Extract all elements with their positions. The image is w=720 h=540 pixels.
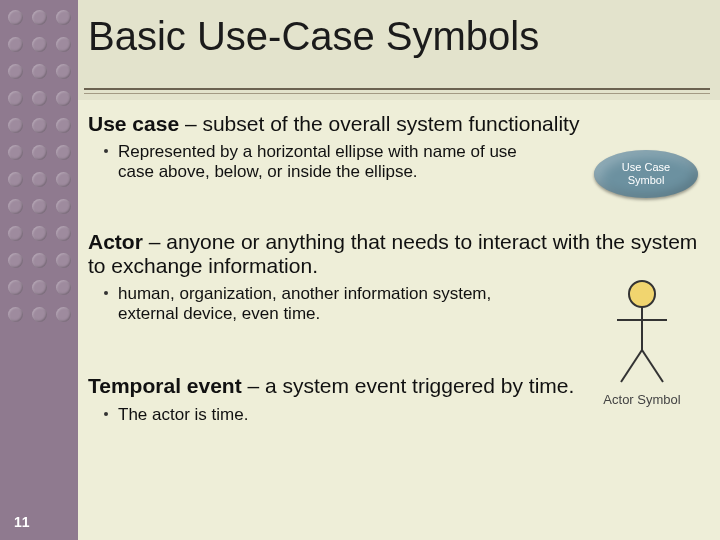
term-name: Actor <box>88 230 143 253</box>
decorative-sidebar <box>0 0 78 540</box>
term-definition: subset of the overall system functionali… <box>202 112 579 135</box>
decorative-dot <box>32 253 47 268</box>
decorative-dot <box>56 280 71 295</box>
decorative-dot <box>56 91 71 106</box>
decorative-dot <box>56 226 71 241</box>
bullet-item: human, organization, another information… <box>104 284 524 324</box>
bullet-icon <box>104 412 108 416</box>
decorative-dot <box>56 10 71 25</box>
decorative-dot <box>32 280 47 295</box>
bullet-icon <box>104 149 108 153</box>
page-number: 11 <box>14 514 30 530</box>
decorative-dot <box>56 253 71 268</box>
decorative-dot <box>56 37 71 52</box>
svg-point-0 <box>629 281 655 307</box>
decorative-dot <box>8 253 23 268</box>
decorative-dot <box>8 91 23 106</box>
decorative-dot <box>8 10 23 25</box>
decorative-dot <box>8 199 23 214</box>
decorative-dot <box>56 145 71 160</box>
decorative-dot <box>56 118 71 133</box>
slide-title: Basic Use-Case Symbols <box>88 14 720 59</box>
use-case-symbol: Use Case Symbol <box>586 150 706 202</box>
decorative-dot <box>56 64 71 79</box>
decorative-dot <box>8 37 23 52</box>
slide-header: Basic Use-Case Symbols <box>78 0 720 100</box>
term-definition: anyone or anything that needs to interac… <box>88 230 697 277</box>
decorative-dot <box>8 145 23 160</box>
decorative-dot <box>32 199 47 214</box>
term-definition: a system event triggered by time. <box>265 374 574 397</box>
actor-symbol: Actor Symbol <box>592 278 692 407</box>
bullet-text: The actor is time. <box>118 405 248 425</box>
decorative-dot <box>32 118 47 133</box>
decorative-dot <box>8 307 23 322</box>
decorative-dot <box>8 118 23 133</box>
term-line: Actor – anyone or anything that needs to… <box>88 230 706 278</box>
term-name: Temporal event <box>88 374 242 397</box>
symbol-label: Use Case <box>622 161 670 173</box>
ellipse-icon: Use Case Symbol <box>594 150 698 198</box>
decorative-dot <box>8 226 23 241</box>
decorative-dot <box>32 64 47 79</box>
decorative-dot <box>8 64 23 79</box>
term-name: Use case <box>88 112 179 135</box>
term-line: Use case – subset of the overall system … <box>88 112 706 136</box>
bullet-icon <box>104 291 108 295</box>
bullet-text: Represented by a horizontal ellipse with… <box>118 142 524 182</box>
decorative-dot <box>32 172 47 187</box>
decorative-dot <box>32 37 47 52</box>
decorative-dot <box>56 307 71 322</box>
bullet-item: Represented by a horizontal ellipse with… <box>104 142 524 182</box>
slide-body: Use case – subset of the overall system … <box>88 108 706 520</box>
decorative-dot <box>8 172 23 187</box>
divider <box>84 88 710 90</box>
stick-figure-icon <box>607 278 677 388</box>
decorative-dot <box>56 199 71 214</box>
slide: Basic Use-Case Symbols Use case – subset… <box>0 0 720 540</box>
symbol-label: Symbol <box>628 174 665 186</box>
decorative-dot <box>32 145 47 160</box>
bullet-item: The actor is time. <box>104 405 524 425</box>
bullet-text: human, organization, another information… <box>118 284 524 324</box>
decorative-dot <box>32 226 47 241</box>
svg-line-3 <box>621 350 642 382</box>
divider <box>84 93 710 94</box>
decorative-dot <box>32 307 47 322</box>
svg-line-4 <box>642 350 663 382</box>
decorative-dot <box>8 280 23 295</box>
decorative-dot <box>32 91 47 106</box>
symbol-label: Actor Symbol <box>592 392 692 407</box>
decorative-dot <box>56 172 71 187</box>
decorative-dot <box>32 10 47 25</box>
